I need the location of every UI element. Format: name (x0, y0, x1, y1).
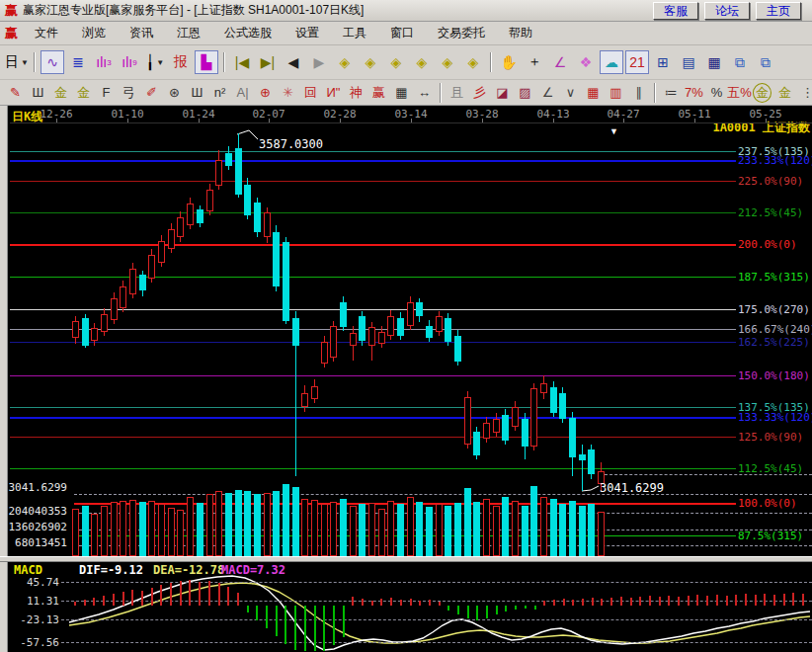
volume-bar (378, 509, 385, 556)
candle-style-dropdown[interactable]: ╽▼ (143, 50, 167, 74)
hand-tool-icon[interactable]: ✋ (497, 50, 521, 74)
percent-icon[interactable]: % (706, 82, 727, 103)
gann-fan-icon[interactable]: 彡 (469, 82, 490, 103)
gann-diamond-2-icon[interactable]: ◈ (359, 50, 382, 74)
fib-icon[interactable]: F (96, 82, 117, 103)
macd-histogram-bar (343, 606, 345, 637)
gann-line-label: 200.0%(0) (738, 238, 797, 251)
menu-item-文件[interactable]: 文件 (23, 23, 70, 43)
macd-histogram-bar (247, 606, 249, 612)
volume-bar (101, 506, 108, 556)
bar-3-period-icon[interactable]: ılı3 (92, 50, 116, 74)
menu-item-资讯[interactable]: 资讯 (118, 23, 165, 43)
macd-histogram-bar (227, 587, 229, 606)
angle-measure-icon[interactable]: ∠ (548, 50, 572, 74)
kline-pane[interactable] (8, 106, 812, 556)
candle-style-dropdown: ╽ (146, 54, 154, 70)
square-spiral-icon[interactable]: 回 (300, 82, 321, 103)
menu-item-公式选股[interactable]: 公式选股 (212, 23, 284, 43)
menu-item-帮助[interactable]: 帮助 (497, 23, 544, 43)
prev-arrow-icon[interactable]: ◀ (282, 50, 305, 74)
remote-pc-2-icon: ⧉ (761, 54, 771, 71)
time-circle-icon[interactable]: ⊛ (164, 82, 185, 103)
percent-icon: % (711, 85, 723, 100)
remote-pc-2-icon[interactable]: ⧉ (754, 50, 777, 74)
edge-partial-icon: ⋮ (801, 85, 812, 100)
ying-icon[interactable]: 赢 (368, 82, 389, 103)
bar-spacing-icon[interactable]: ↔ (414, 82, 435, 103)
calculator-icon[interactable]: ⊞ (651, 50, 675, 74)
gold-circle-icon[interactable]: 金 (752, 82, 772, 103)
volume-bar (512, 501, 519, 556)
grid-123-icon[interactable]: ▦ (391, 82, 412, 103)
draw-line-icon[interactable]: ✎ (5, 82, 26, 103)
volume-bar (197, 503, 203, 556)
gann-diamond-1-icon[interactable]: ◈ (333, 50, 357, 74)
dashed-gridline (74, 513, 812, 514)
first-arrow-icon[interactable]: |◀ (230, 50, 254, 74)
high-price-annotation: 3587.0300 (259, 137, 323, 151)
parallel-icon[interactable]: ∥ (628, 82, 649, 103)
notebook-icon[interactable]: ▤ (677, 50, 700, 74)
homepage-button[interactable]: 主页 (756, 2, 801, 20)
menu-item-工具[interactable]: 工具 (331, 23, 378, 43)
candlestick (311, 386, 318, 399)
trend-angles-icon[interactable]: ∠ (537, 82, 558, 103)
macd-histogram-bar (429, 600, 431, 606)
bar-9-period-icon[interactable]: ılı9 (118, 50, 141, 74)
gann-diamond-5-icon[interactable]: ◈ (436, 50, 459, 74)
menu-item-浏览[interactable]: 浏览 (70, 23, 118, 43)
time-sharing-icon[interactable]: ∿ (41, 50, 64, 74)
zigzag-icon[interactable]: ∨ (560, 82, 581, 103)
crosshair-icon[interactable]: ＋ (523, 50, 546, 74)
save-icon[interactable]: ▦ (702, 50, 726, 74)
gann-wheel-icon[interactable]: ⊕ (255, 82, 276, 103)
n2-icon[interactable]: n² (209, 82, 230, 103)
macd-histogram-bar (735, 595, 737, 606)
gold-grid-1-icon[interactable]: 金 (50, 82, 71, 103)
red-grid-1-icon[interactable]: ▦ (583, 82, 604, 103)
gann-line-label: 166.67%(240) (738, 323, 812, 336)
gann-diamond-6-icon[interactable]: ◈ (461, 50, 485, 74)
pencil-icon[interactable]: ✐ (141, 82, 162, 103)
edge-partial-icon[interactable]: ⋮ (797, 82, 812, 103)
macd-indicator-name[interactable]: MACD (14, 563, 42, 577)
cloud-analysis-icon[interactable]: ☁ (600, 50, 623, 74)
gann-diamond-3-icon[interactable]: ◈ (384, 50, 408, 74)
menu-item-交易委托[interactable]: 交易委托 (426, 23, 497, 43)
forum-button[interactable]: 论坛 (704, 2, 750, 20)
percent-7-icon[interactable]: 7% (684, 82, 704, 103)
star-burst-icon[interactable]: ✳ (278, 82, 298, 103)
menu-item-设置[interactable]: 设置 (284, 23, 331, 43)
calendar-21-icon[interactable]: 21 (625, 50, 649, 74)
gann-diamond-4-icon[interactable]: ◈ (410, 50, 434, 74)
wave-count-icon[interactable]: И" (323, 82, 344, 103)
gann-line (10, 277, 736, 278)
kline-period-dropdown[interactable]: 日▼ (5, 50, 29, 74)
percent-5-icon[interactable]: 五% (729, 82, 750, 103)
gold-underline-icon[interactable]: 金 (774, 82, 795, 103)
next-arrow-icon[interactable]: ▶ (307, 50, 331, 74)
macd-histogram-bar (696, 595, 698, 606)
scale-list-icon[interactable]: ≔ (661, 82, 682, 103)
menu-item-江恩[interactable]: 江恩 (165, 23, 212, 43)
last-arrow-icon[interactable]: ▶| (256, 50, 280, 74)
shen-icon[interactable]: 神 (346, 82, 366, 103)
customer-service-button[interactable]: 客服 (653, 2, 698, 20)
pillar-icon[interactable]: 且 (447, 82, 467, 103)
red-grid-2-icon[interactable]: ▥ (606, 82, 626, 103)
report-icon[interactable]: 报 (169, 50, 193, 74)
gold-grid-2-icon[interactable]: 金 (73, 82, 94, 103)
gann-box-icon[interactable]: ◪ (492, 82, 513, 103)
pink-window-icon[interactable]: ❖ (574, 50, 598, 74)
hgrid-icon[interactable]: Ш (187, 82, 207, 103)
color-bars-icon[interactable]: ▙ (195, 50, 218, 74)
vgrid-icon[interactable]: Ш (28, 82, 48, 103)
symbol-dropdown-caret-icon[interactable]: ▼ (609, 126, 618, 136)
text-tool-icon[interactable]: A| (232, 82, 253, 103)
quote-board-icon[interactable]: ≣ (66, 50, 90, 74)
menu-item-窗口[interactable]: 窗口 (378, 23, 426, 43)
remote-pc-1-icon[interactable]: ⧉ (728, 50, 752, 74)
gann-grid-box-icon[interactable]: ▨ (515, 82, 535, 103)
arc-icon[interactable]: 弓 (119, 82, 139, 103)
